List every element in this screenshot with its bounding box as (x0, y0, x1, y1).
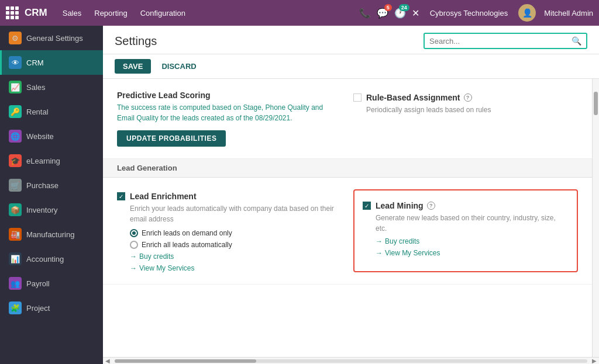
sidebar-label-accounting: Accounting (26, 255, 64, 264)
lead-mining-title: Lead Mining ? (376, 201, 569, 210)
sidebar-label-project: Project (26, 304, 50, 313)
main-layout: ⚙ General Settings 👁 CRM 📈 Sales 🔑 Renta… (0, 26, 599, 364)
sidebar-item-general[interactable]: ⚙ General Settings (0, 26, 103, 50)
sidebar-item-manufacturing[interactable]: 🏭 Manufacturing (0, 222, 103, 247)
rule-based-checkbox-row: Rule-Based Assignment ? Periodically ass… (353, 93, 578, 115)
radio-on-demand[interactable]: Enrich leads on demand only (130, 229, 342, 237)
sidebar-item-rental[interactable]: 🔑 Rental (0, 99, 103, 124)
predictive-lead-title: Predictive Lead Scoring (117, 91, 342, 100)
discard-button[interactable]: DISCARD (156, 59, 202, 74)
sidebar-label-elearning: eLearning (26, 157, 60, 165)
nav-reporting[interactable]: Reporting (89, 6, 132, 20)
scroll-track (115, 359, 587, 363)
lead-gen-two-col: ✓ Lead Enrichment Enrich your leads auto… (117, 189, 578, 272)
update-probabilities-button[interactable]: UPDATE PROBABILITIES (117, 130, 226, 147)
username: Mitchell Admin (544, 9, 593, 18)
lead-enrichment-title: Lead Enrichment (130, 192, 342, 201)
activity-icon[interactable]: 🕐 24 (394, 8, 406, 19)
radio-automatically[interactable]: Enrich all leads automatically (130, 241, 342, 249)
nav-configuration[interactable]: Configuration (136, 6, 190, 20)
sidebar-item-accounting[interactable]: 📊 Accounting (0, 247, 103, 271)
scroll-left-btn[interactable]: ◀ (105, 358, 115, 364)
sidebar-item-inventory[interactable]: 📦 Inventory (0, 197, 103, 222)
inventory-icon: 📦 (9, 203, 22, 216)
right-scrollbar-thumb[interactable] (594, 92, 598, 115)
company-name: Cybrosys Technologies (430, 9, 508, 18)
accounting-icon: 📊 (9, 252, 22, 265)
close-icon[interactable]: ✕ (412, 8, 419, 19)
sidebar-item-elearning[interactable]: 🎓 eLearning (0, 148, 103, 173)
manufacturing-icon: 🏭 (9, 228, 22, 241)
enrichment-buy-credits[interactable]: → Buy credits (130, 252, 342, 261)
action-bar: SAVE DISCARD (103, 54, 599, 79)
predictive-lead-desc: The success rate is computed based on St… (117, 102, 342, 123)
sidebar-item-project[interactable]: 🧩 Project (0, 296, 103, 320)
lead-enrichment: ✓ Lead Enrichment Enrich your leads auto… (117, 189, 342, 272)
save-button[interactable]: SAVE (115, 59, 151, 74)
purchase-icon: 🛒 (9, 179, 22, 192)
lead-mining-checkbox-row: ✓ Lead Mining ? Generate new leads based… (363, 201, 569, 257)
app-grid-icon[interactable] (6, 6, 19, 19)
chat-badge: 5 (384, 4, 392, 11)
sidebar-label-sales: Sales (26, 83, 46, 92)
brand-name[interactable]: CRM (25, 7, 47, 19)
lead-mining-desc: Generate new leads based on their countr… (376, 213, 569, 234)
sidebar-item-website[interactable]: 🌐 Website (0, 124, 103, 148)
website-icon: 🌐 (9, 130, 22, 143)
sidebar-label-purchase: Purchase (26, 181, 58, 190)
activity-badge: 24 (399, 4, 409, 11)
radio-on-demand-dot (130, 229, 138, 237)
rule-based-help-icon[interactable]: ? (464, 93, 472, 102)
navbar-icons: 📞 💬 5 🕐 24 ✕ Cybrosys Technologies 👤 Mit… (359, 4, 593, 22)
sidebar-item-purchase[interactable]: 🛒 Purchase (0, 173, 103, 197)
lead-generation-section: ✓ Lead Enrichment Enrich your leads auto… (103, 178, 592, 285)
mining-view-services[interactable]: → View My Services (376, 249, 569, 257)
lead-mining-checkbox[interactable]: ✓ (363, 202, 371, 210)
search-icon[interactable]: 🔍 (572, 36, 581, 46)
predictive-lead-section: Predictive Lead Scoring The success rate… (103, 79, 592, 159)
sidebar-label-manufacturing: Manufacturing (26, 230, 74, 239)
rule-based-desc: Periodically assign leads based on rules (366, 105, 491, 115)
sidebar-item-sales[interactable]: 📈 Sales (0, 75, 103, 99)
predictive-two-col: Predictive Lead Scoring The success rate… (117, 91, 578, 147)
search-bar: 🔍 (424, 33, 587, 49)
crm-icon: 👁 (9, 56, 22, 69)
bottom-scrollbar[interactable]: ◀ ▶ (103, 357, 599, 364)
main-content: Settings 🔍 SAVE DISCARD (103, 26, 599, 364)
navbar: CRM Sales Reporting Configuration 📞 💬 5 … (0, 0, 599, 26)
sidebar-item-payroll[interactable]: 👥 Payroll (0, 271, 103, 296)
lead-mining-box: ✓ Lead Mining ? Generate new leads based… (353, 189, 578, 272)
sidebar-label-rental: Rental (26, 108, 49, 116)
settings-header: Settings 🔍 (103, 26, 599, 54)
enrichment-view-services[interactable]: → View My Services (130, 264, 342, 272)
settings-title: Settings (115, 34, 157, 48)
lead-enrichment-radio-group: Enrich leads on demand only Enrich all l… (130, 229, 342, 249)
nav-sales[interactable]: Sales (58, 6, 87, 20)
sidebar-label-crm: CRM (26, 58, 44, 67)
content-area: Predictive Lead Scoring The success rate… (103, 79, 592, 357)
phone-icon[interactable]: 📞 (359, 8, 371, 19)
sidebar-label-general: General Settings (26, 34, 83, 43)
chat-icon[interactable]: 💬 5 (377, 8, 388, 19)
rule-based-title: Rule-Based Assignment ? (366, 93, 491, 102)
lead-enrichment-desc: Enrich your leads automatically with com… (130, 203, 342, 224)
mining-buy-credits[interactable]: → Buy credits (376, 237, 569, 245)
sidebar-label-payroll: Payroll (26, 279, 50, 288)
sidebar: ⚙ General Settings 👁 CRM 📈 Sales 🔑 Renta… (0, 26, 103, 364)
lead-enrichment-checkbox-row: ✓ Lead Enrichment Enrich your leads auto… (117, 192, 342, 272)
right-scrollbar[interactable] (592, 79, 599, 357)
sidebar-label-website: Website (26, 132, 54, 141)
rule-based-assignment: Rule-Based Assignment ? Periodically ass… (353, 91, 578, 147)
search-input[interactable] (429, 37, 568, 46)
radio-automatically-dot (130, 241, 138, 249)
rule-based-checkbox[interactable] (353, 93, 362, 102)
avatar[interactable]: 👤 (518, 4, 536, 22)
project-icon: 🧩 (9, 301, 22, 314)
lead-mining-help-icon[interactable]: ? (427, 202, 435, 210)
payroll-icon: 👥 (9, 277, 22, 290)
sidebar-label-inventory: Inventory (26, 206, 57, 214)
scroll-thumb[interactable] (115, 359, 256, 363)
sidebar-item-crm[interactable]: 👁 CRM (0, 50, 103, 75)
scroll-right-btn[interactable]: ▶ (587, 358, 597, 364)
lead-enrichment-checkbox[interactable]: ✓ (117, 192, 125, 200)
